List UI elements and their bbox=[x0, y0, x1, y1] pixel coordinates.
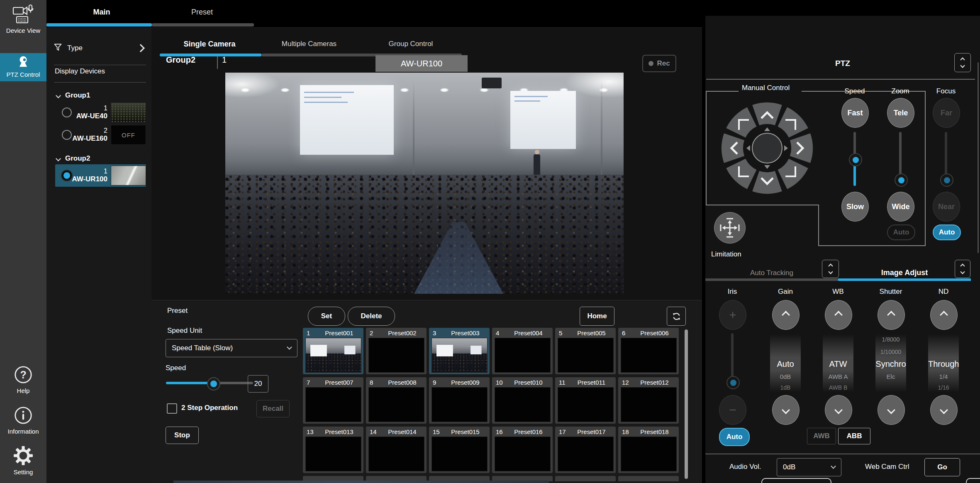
wb-up-button[interactable] bbox=[825, 300, 852, 330]
device-radio[interactable] bbox=[62, 130, 72, 140]
plus-icon: + bbox=[729, 309, 736, 321]
device-row[interactable]: 1AW-UR100 bbox=[55, 164, 146, 187]
preset-tile[interactable]: 9Preset009 bbox=[429, 377, 490, 424]
iris-down-button[interactable]: − bbox=[719, 395, 746, 425]
preset-tile[interactable]: 10Preset010 bbox=[492, 377, 553, 424]
device-radio[interactable] bbox=[62, 171, 72, 181]
iris-up-button[interactable]: + bbox=[719, 300, 746, 330]
speed-unit-select[interactable]: Speed Table (Slow) bbox=[166, 339, 297, 357]
speed-fast-button[interactable]: Fast bbox=[841, 98, 869, 128]
preset-tile[interactable]: 12Preset012 bbox=[618, 377, 679, 424]
tab-main[interactable]: Main bbox=[75, 5, 129, 19]
tab-auto-tracking[interactable]: Auto Tracking bbox=[739, 269, 805, 277]
nd-down-button[interactable] bbox=[930, 395, 958, 425]
shutter-up-button[interactable] bbox=[878, 300, 905, 330]
preset-tile[interactable]: 4Preset004 bbox=[492, 328, 553, 374]
preset-name: Preset016 bbox=[511, 428, 553, 435]
preset-tile[interactable]: 11Preset011 bbox=[555, 377, 616, 424]
zoom-tele-button[interactable]: Tele bbox=[887, 98, 914, 128]
audio-vol-select[interactable]: 0dB bbox=[777, 458, 841, 476]
limitation-button[interactable] bbox=[714, 212, 746, 244]
preset-speed-value[interactable]: 20 bbox=[248, 375, 268, 393]
camera-live-view[interactable] bbox=[225, 73, 624, 294]
preset-number: 14 bbox=[366, 428, 385, 435]
iris-slider-thumb[interactable] bbox=[726, 376, 740, 389]
device-number: 1 bbox=[72, 105, 107, 112]
preset-tile[interactable]: 16Preset016 bbox=[492, 427, 553, 473]
set-button[interactable]: Set bbox=[308, 307, 345, 326]
nav-information[interactable]: Information bbox=[0, 406, 46, 435]
nav-help[interactable]: ? Help bbox=[0, 365, 46, 394]
preset-tile[interactable]: 13Preset013 bbox=[303, 427, 363, 473]
focus-slider-thumb[interactable] bbox=[940, 173, 953, 187]
wb-down-button[interactable] bbox=[825, 395, 852, 425]
tab-single-camera[interactable]: Single Camera bbox=[174, 38, 245, 50]
preset-tile[interactable]: 1Preset001 bbox=[303, 328, 363, 374]
pan-tilt-limit-icon bbox=[719, 217, 741, 239]
rec-button[interactable]: Rec bbox=[642, 55, 676, 72]
preset-tile[interactable]: 15Preset015 bbox=[429, 427, 490, 473]
iris-auto-button[interactable]: Auto bbox=[719, 428, 750, 446]
nd-up-button[interactable] bbox=[930, 300, 958, 330]
divider bbox=[54, 65, 146, 65]
tab-multiple-cameras[interactable]: Multiple Cameras bbox=[274, 38, 344, 50]
zoom-auto-button[interactable]: Auto bbox=[887, 224, 915, 240]
preset-number: 3 bbox=[429, 329, 448, 337]
device-radio[interactable] bbox=[62, 107, 72, 117]
home-button[interactable]: Home bbox=[580, 307, 614, 326]
zoom-slider-thumb[interactable] bbox=[895, 173, 908, 187]
zoom-wide-button[interactable]: Wide bbox=[887, 192, 914, 222]
go-button[interactable]: Go bbox=[924, 458, 960, 476]
auto-tracking-spinner[interactable] bbox=[822, 260, 839, 278]
limitation-label: Limitation bbox=[711, 250, 741, 259]
recall-button[interactable]: Recall bbox=[256, 400, 290, 417]
image-adjust-spinner[interactable] bbox=[955, 260, 970, 278]
preset-thumbnail bbox=[305, 437, 361, 471]
preset-tile[interactable]: 6Preset006 bbox=[618, 328, 679, 374]
preset-speed-slider-thumb[interactable] bbox=[207, 377, 220, 390]
focus-near-button[interactable]: Near bbox=[933, 192, 960, 222]
iris-slider-track[interactable] bbox=[731, 333, 734, 382]
preset-tile[interactable]: 14Preset014 bbox=[366, 427, 427, 473]
delete-button[interactable]: Delete bbox=[348, 307, 395, 326]
group-header[interactable]: Group1 bbox=[46, 90, 151, 101]
tab-image-adjust[interactable]: Image Adjust bbox=[871, 268, 938, 277]
adjust-tab-underline-track bbox=[705, 278, 838, 281]
type-filter-row[interactable]: Type bbox=[54, 38, 146, 58]
abb-button[interactable]: ABB bbox=[838, 428, 870, 444]
preset-tile[interactable]: 3Preset003 bbox=[429, 328, 490, 374]
gain-down-button[interactable] bbox=[772, 395, 800, 425]
device-number: 1 bbox=[72, 168, 107, 175]
shutter-down-button[interactable] bbox=[878, 395, 905, 425]
preset-grid-scrollbar[interactable] bbox=[685, 329, 688, 479]
refresh-button[interactable] bbox=[667, 307, 686, 326]
nav-setting[interactable]: Setting bbox=[0, 446, 46, 476]
nd-current-value: Through bbox=[928, 359, 959, 369]
two-step-checkbox[interactable] bbox=[167, 403, 177, 414]
preset-name: Preset015 bbox=[448, 428, 490, 435]
preset-tile[interactable]: 17Preset017 bbox=[555, 427, 616, 473]
group-header[interactable]: Group2 bbox=[46, 153, 151, 164]
focus-auto-button[interactable]: Auto bbox=[933, 224, 961, 240]
device-thumbnail bbox=[111, 166, 146, 185]
nav-ptz-control[interactable]: PTZ Control bbox=[0, 53, 46, 81]
focus-far-button[interactable]: Far bbox=[933, 98, 960, 128]
speed-slow-button[interactable]: Slow bbox=[841, 192, 869, 222]
preset-name: Preset006 bbox=[637, 329, 679, 337]
speed-slider-thumb[interactable] bbox=[849, 153, 862, 166]
tab-group-control[interactable]: Group Control bbox=[375, 38, 446, 50]
awb-button[interactable]: AWB bbox=[807, 428, 836, 444]
gain-up-button[interactable] bbox=[772, 300, 800, 330]
device-row[interactable]: 2AW-UE160OFF bbox=[55, 124, 146, 146]
ptz-directional-pad[interactable] bbox=[721, 102, 814, 195]
preset-tile[interactable]: 5Preset005 bbox=[555, 328, 616, 374]
preset-tile[interactable]: 7Preset007 bbox=[303, 377, 363, 424]
preset-tile[interactable]: 18Preset018 bbox=[618, 427, 679, 473]
preset-tile[interactable]: 8Preset008 bbox=[366, 377, 427, 424]
stop-button[interactable]: Stop bbox=[166, 427, 199, 444]
nav-device-view[interactable]: Device View bbox=[0, 4, 46, 34]
device-row[interactable]: 1AW-UE40 bbox=[55, 101, 146, 124]
tab-preset[interactable]: Preset bbox=[174, 5, 230, 19]
preset-tile[interactable]: 2Preset002 bbox=[366, 328, 427, 374]
page-scrollbar-thumb[interactable] bbox=[978, 62, 979, 253]
